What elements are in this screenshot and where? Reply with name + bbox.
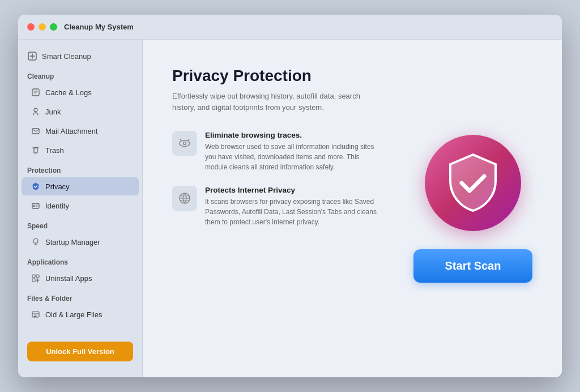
window-title: Cleanup My System	[64, 23, 134, 31]
svg-rect-6	[36, 275, 39, 278]
svg-rect-7	[32, 279, 35, 282]
sidebar-item-cache-logs[interactable]: Cache & Logs	[22, 83, 139, 101]
traffic-lights	[27, 23, 57, 31]
svg-rect-5	[32, 275, 35, 278]
smart-cleanup-label: Smart Cleanup	[42, 52, 91, 61]
feature-browsing-traces: Eliminate browsing traces. Web browser u…	[172, 131, 391, 172]
close-button[interactable]	[27, 23, 35, 31]
trash-icon	[31, 145, 41, 155]
feature-internet-privacy: Protects Internet Privacy It scans brows…	[172, 186, 391, 227]
privacy-icon	[31, 181, 41, 191]
junk-icon	[31, 106, 41, 117]
start-scan-button[interactable]: Start Scan	[413, 249, 532, 283]
feature-1-content: Eliminate browsing traces. Web browser u…	[205, 131, 381, 172]
startup-icon	[31, 237, 41, 247]
sidebar-item-identity[interactable]: Identity	[22, 197, 139, 215]
sidebar-item-startup[interactable]: Startup Manager	[22, 233, 139, 251]
sidebar-item-old-large[interactable]: Old & Large Files	[22, 305, 139, 323]
sidebar-bottom: Unlock Full Version	[18, 333, 142, 370]
mail-attachment-label: Mail Attachment	[45, 127, 98, 135]
junk-label: Junk	[45, 108, 61, 116]
cache-logs-label: Cache & Logs	[45, 88, 92, 97]
svg-point-10	[184, 142, 186, 145]
feature-1-title: Eliminate browsing traces.	[205, 131, 381, 139]
trash-label: Trash	[45, 146, 64, 155]
feature-2-desc: It scans browsers for privacy exposing t…	[205, 197, 381, 227]
cache-logs-icon	[31, 87, 41, 97]
page-subtitle: Effortlessly wipe out browsing history, …	[172, 91, 365, 113]
sidebar-item-smart-cleanup[interactable]: Smart Cleanup	[18, 46, 142, 66]
section-label-cleanup: Cleanup	[18, 66, 142, 83]
content-area: Smart Cleanup Cleanup Cache & Logs	[18, 40, 562, 377]
main-inner: Privacy Protection Effortlessly wipe out…	[172, 67, 532, 350]
sidebar-item-trash[interactable]: Trash	[22, 141, 139, 159]
identity-label: Identity	[45, 202, 69, 210]
section-label-files: Files & Folder	[18, 288, 142, 305]
feature-2-title: Protects Internet Privacy	[205, 186, 381, 194]
uninstall-icon	[31, 273, 41, 283]
app-window: Cleanup My System Smart Cleanup Cleanup	[18, 15, 562, 377]
section-label-speed: Speed	[18, 215, 142, 232]
globe-icon	[172, 186, 197, 211]
sidebar-item-uninstall[interactable]: Uninstall Apps	[22, 269, 139, 287]
sidebar: Smart Cleanup Cleanup Cache & Logs	[18, 40, 143, 377]
shield-graphic	[425, 135, 521, 231]
sidebar-item-junk[interactable]: Junk	[22, 103, 139, 121]
startup-label: Startup Manager	[45, 238, 100, 246]
feature-2-content: Protects Internet Privacy It scans brows…	[205, 186, 381, 227]
maximize-button[interactable]	[50, 23, 57, 31]
identity-icon	[31, 201, 41, 211]
minimize-button[interactable]	[39, 23, 46, 31]
svg-rect-1	[32, 89, 39, 96]
titlebar: Cleanup My System	[18, 15, 562, 40]
eye-icon	[172, 131, 197, 156]
section-label-applications: Applications	[18, 252, 142, 269]
sidebar-item-mail-attachment[interactable]: Mail Attachment	[22, 122, 139, 140]
feature-1-desc: Web browser used to save all information…	[205, 142, 381, 172]
uninstall-label: Uninstall Apps	[45, 274, 92, 283]
files-icon	[31, 309, 41, 319]
old-large-label: Old & Large Files	[45, 310, 102, 319]
main-text-area: Privacy Protection Effortlessly wipe out…	[172, 67, 391, 350]
sidebar-item-privacy[interactable]: Privacy	[22, 177, 139, 195]
main-right-panel: Start Scan	[413, 67, 532, 350]
privacy-label: Privacy	[45, 182, 70, 191]
smart-cleanup-icon	[27, 51, 37, 61]
section-label-protection: Protection	[18, 160, 142, 177]
page-title: Privacy Protection	[172, 67, 391, 85]
unlock-button[interactable]: Unlock Full Version	[27, 342, 133, 361]
main-content: Privacy Protection Effortlessly wipe out…	[143, 40, 562, 377]
svg-point-4	[33, 205, 35, 207]
svg-point-9	[180, 140, 190, 147]
mail-icon	[31, 126, 41, 136]
